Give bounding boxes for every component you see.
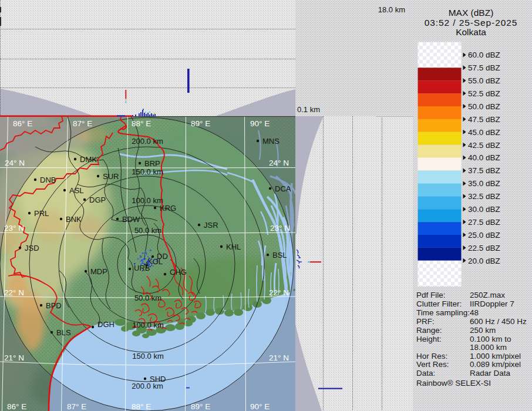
svg-text:52.5 dBZ: 52.5 dBZ <box>468 89 500 98</box>
svg-text:Vert Res:: Vert Res: <box>416 360 449 369</box>
svg-text:150.0 km: 150.0 km <box>132 352 163 361</box>
svg-text:60.0 dBZ: 60.0 dBZ <box>468 50 500 59</box>
svg-text:57.5 dBZ: 57.5 dBZ <box>468 63 500 72</box>
svg-text:0.089 km/pixel: 0.089 km/pixel <box>470 360 521 369</box>
svg-text:25.0 dBZ: 25.0 dBZ <box>468 231 500 240</box>
svg-text:24° N: 24° N <box>269 159 289 167</box>
svg-text:Time sampling:48: Time sampling:48 <box>416 308 479 317</box>
svg-text:SUR: SUR <box>103 172 119 181</box>
svg-text:DCA: DCA <box>275 184 291 193</box>
svg-text:IIRDoppler 7: IIRDoppler 7 <box>470 299 514 308</box>
svg-text:90° E: 90° E <box>250 402 270 411</box>
svg-text:DGP: DGP <box>89 196 106 204</box>
svg-text:1.000 km/pixel: 1.000 km/pixel <box>470 352 521 361</box>
svg-text:23° N: 23° N <box>270 224 290 233</box>
svg-text:BRP: BRP <box>144 159 160 168</box>
svg-text:CHG: CHG <box>170 268 187 277</box>
svg-text:600 Hz / 450 Hz: 600 Hz / 450 Hz <box>470 317 527 326</box>
svg-text:Pdf File:: Pdf File: <box>416 291 446 299</box>
svg-text:Range:: Range: <box>416 326 442 335</box>
svg-text:88° E: 88° E <box>132 119 151 128</box>
svg-text:21° N: 21° N <box>4 353 24 362</box>
svg-text:Hor Res:: Hor Res: <box>416 352 447 361</box>
svg-text:37.5 dBZ: 37.5 dBZ <box>468 166 500 175</box>
svg-text:50.0 km: 50.0 km <box>134 294 161 302</box>
svg-text:88° E: 88° E <box>132 402 151 411</box>
svg-text:86° E: 86° E <box>13 119 32 128</box>
svg-text:87° E: 87° E <box>67 402 86 411</box>
svg-text:DMK: DMK <box>80 155 97 164</box>
svg-text:18.000 km: 18.000 km <box>470 343 507 352</box>
svg-text:100.0 km: 100.0 km <box>132 321 163 329</box>
svg-text:90° E: 90° E <box>250 119 270 128</box>
svg-text:18.0 km: 18.0 km <box>378 5 405 14</box>
svg-text:42.5 dBZ: 42.5 dBZ <box>468 141 500 150</box>
svg-text:MNS: MNS <box>262 137 280 146</box>
svg-text:BLS: BLS <box>56 328 71 337</box>
svg-text:87° E: 87° E <box>73 119 92 128</box>
svg-text:BPD: BPD <box>46 301 62 310</box>
svg-text:22.5 dBZ: 22.5 dBZ <box>468 244 500 252</box>
svg-text:KHL: KHL <box>226 242 241 251</box>
svg-text:03:52 / 25-Sep-2025: 03:52 / 25-Sep-2025 <box>425 18 517 28</box>
svg-text:27.5 dBZ: 27.5 dBZ <box>468 218 500 227</box>
svg-text:Rainbow® SELEX-SI: Rainbow® SELEX-SI <box>416 379 491 388</box>
svg-text:89° E: 89° E <box>191 119 210 128</box>
svg-text:JSR: JSR <box>204 221 218 230</box>
svg-text:23° N: 23° N <box>4 224 24 233</box>
svg-text:21° N: 21° N <box>269 353 289 362</box>
svg-text:45.0 dBZ: 45.0 dBZ <box>468 128 500 137</box>
svg-text:MDP: MDP <box>90 267 107 276</box>
svg-text:KRG: KRG <box>160 204 176 213</box>
svg-text:20.0 dBZ: 20.0 dBZ <box>468 257 500 265</box>
svg-text:24° N: 24° N <box>5 159 25 167</box>
svg-text:Clutter Filter:: Clutter Filter: <box>416 299 462 308</box>
svg-text:Data:: Data: <box>416 369 435 378</box>
svg-text:100.0 km: 100.0 km <box>132 196 163 205</box>
svg-text:SHD: SHD <box>150 375 166 383</box>
svg-text:ASL: ASL <box>69 186 84 195</box>
svg-text:22° N: 22° N <box>4 288 24 297</box>
svg-text:Height:: Height: <box>416 335 442 343</box>
svg-text:50.0 dBZ: 50.0 dBZ <box>468 102 500 111</box>
svg-text:MAX (dBZ): MAX (dBZ) <box>449 8 494 18</box>
svg-text:30.0 dBZ: 30.0 dBZ <box>468 205 500 214</box>
svg-text:BSL: BSL <box>272 251 287 260</box>
svg-text:BNK: BNK <box>66 215 82 224</box>
svg-text:22° N: 22° N <box>269 288 289 297</box>
svg-text:89° E: 89° E <box>191 402 210 411</box>
svg-text:250Z.max: 250Z.max <box>470 291 505 299</box>
svg-text:Radar Data: Radar Data <box>470 369 511 378</box>
svg-text:DNB: DNB <box>40 176 56 184</box>
svg-text:Kolkata: Kolkata <box>456 27 486 37</box>
svg-text:JSD: JSD <box>25 244 39 252</box>
svg-text:32.5 dBZ: 32.5 dBZ <box>468 192 500 201</box>
svg-text:BDW: BDW <box>122 215 140 224</box>
svg-text:DGH: DGH <box>97 320 115 329</box>
svg-text:200.0 km: 200.0 km <box>132 137 163 146</box>
svg-text:PRF:: PRF: <box>416 317 435 326</box>
svg-text:50.0 km: 50.0 km <box>134 226 161 235</box>
svg-text:250 km: 250 km <box>470 326 496 335</box>
svg-text:PRL: PRL <box>34 209 49 218</box>
svg-text:35.0 dBZ: 35.0 dBZ <box>468 179 500 188</box>
svg-text:47.5 dBZ: 47.5 dBZ <box>468 115 500 124</box>
svg-text:55.0 dBZ: 55.0 dBZ <box>468 76 500 85</box>
svg-text:40.0 dBZ: 40.0 dBZ <box>468 153 500 162</box>
svg-text:0.1 km: 0.1 km <box>297 105 320 114</box>
svg-text:86° E: 86° E <box>7 402 26 411</box>
svg-text:150.0 km: 150.0 km <box>132 167 163 176</box>
svg-text:0.100 km to: 0.100 km to <box>470 335 511 343</box>
